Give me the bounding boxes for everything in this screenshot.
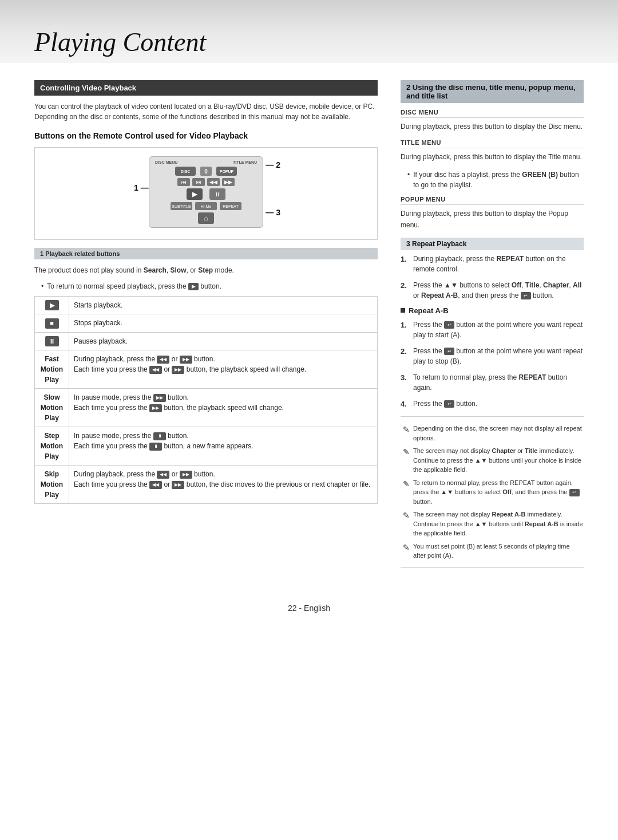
page-header: Playing Content [0, 0, 618, 63]
note-icon: ✎ [403, 542, 410, 561]
note-icon: ✎ [403, 478, 410, 507]
main-content: Controlling Video Playback You can contr… [0, 63, 618, 592]
note-3: ✎ To return to normal play, press the RE… [401, 478, 584, 507]
play-desc: Starts playback. [69, 297, 378, 314]
playback-note: The product does not play sound in Searc… [34, 265, 378, 275]
pause-icon-cell: ⏸ [35, 332, 69, 350]
skip-motion-desc: During playback, press the ◀◀ or ▶▶ butt… [69, 465, 378, 503]
table-row: SlowMotionPlay In pause mode, press the … [35, 388, 378, 427]
note-4: ✎ The screen may not display Repeat A-B … [401, 510, 584, 538]
playback-label: 1 Playback related buttons [34, 248, 378, 259]
table-row: FastMotionPlay During playback, press th… [35, 350, 378, 388]
repeat-ab-list: 1. Press the ↩ button at the point where… [401, 320, 584, 410]
table-row: ■ Stops playback. [35, 314, 378, 332]
page-number: 22 - English [0, 604, 618, 624]
section3-header: 3 Repeat Playback [401, 238, 584, 250]
list-item: 2. Press the ↩ button at the point where… [401, 346, 584, 366]
note-1: ✎ Depending on the disc, the screen may … [401, 424, 584, 443]
list-item: 4. Press the ↩ button. [401, 399, 584, 410]
list-item: 2. Press the ▲▼ buttons to select Off, T… [401, 280, 584, 301]
note-2: ✎ The screen may not display Chapter or … [401, 446, 584, 475]
subsection1-heading: Buttons on the Remote Control used for V… [34, 131, 378, 140]
table-row: StepMotionPlay In pause mode, press the … [35, 427, 378, 465]
left-column: Controlling Video Playback You can contr… [34, 80, 378, 575]
repeat-steps-list: 1. During playback, press the REPEAT but… [401, 254, 584, 301]
section1-header: Controlling Video Playback [34, 80, 378, 96]
fast-motion-label: FastMotionPlay [35, 350, 69, 388]
popup-menu-label: POPUP MENU [401, 196, 584, 205]
square-bullet-icon [401, 308, 405, 313]
table-row: ▶ Starts playback. [35, 297, 378, 314]
divider-bottom [401, 567, 584, 568]
playback-bullet: • To return to normal speed playback, pr… [41, 281, 378, 291]
section2-header: 2 Using the disc menu, title menu, popup… [401, 80, 584, 103]
note-icon: ✎ [403, 446, 410, 475]
page-title: Playing Content [34, 27, 206, 57]
table-row: SkipMotionPlay During playback, press th… [35, 465, 378, 503]
list-item: 1. During playback, press the REPEAT but… [401, 254, 584, 274]
note-icon: ✎ [403, 424, 410, 443]
slow-motion-desc: In pause mode, press the ▶▶ button. Each… [69, 388, 378, 427]
step-motion-label: StepMotionPlay [35, 427, 69, 465]
title-menu-desc: During playback, press this button to di… [401, 152, 584, 163]
table-row: ⏸ Pauses playback. [35, 332, 378, 350]
right-column: 2 Using the disc menu, title menu, popup… [401, 80, 584, 575]
intro-text: You can control the playback of video co… [34, 101, 378, 122]
list-item: 1. Press the ↩ button at the point where… [401, 320, 584, 340]
stop-icon-cell: ■ [35, 314, 69, 332]
title-menu-label: TITLE MENU [401, 139, 584, 148]
divider [401, 416, 584, 417]
disc-menu-desc: During playback, press this button to di… [401, 121, 584, 132]
stop-desc: Stops playback. [69, 314, 378, 332]
playback-table: ▶ Starts playback. ■ Stops playback. ⏸ P… [34, 296, 378, 504]
skip-motion-label: SkipMotionPlay [35, 465, 69, 503]
popup-menu-desc: During playback, press this button to di… [401, 208, 584, 230]
play-icon-cell: ▶ [35, 297, 69, 314]
step-motion-desc: In pause mode, press the ⏸ button. Each … [69, 427, 378, 465]
pause-desc: Pauses playback. [69, 332, 378, 350]
note-5: ✎ You must set point (B) at least 5 seco… [401, 542, 584, 561]
list-item: 3. To return to normal play, press the R… [401, 372, 584, 393]
slow-motion-label: SlowMotionPlay [35, 388, 69, 427]
disc-menu-label: DISC MENU [401, 109, 584, 118]
remote-diagram: DISC MENU TITLE MENU DISC 0 POPUP ⏮ ⏭ ◀◀ [34, 147, 378, 240]
remote-image: DISC MENU TITLE MENU DISC 0 POPUP ⏮ ⏭ ◀◀ [149, 156, 263, 228]
fast-motion-desc: During playback, press the ◀◀ or ▶▶ butt… [69, 350, 378, 388]
title-menu-bullet: • If your disc has a playlist, press the… [407, 169, 584, 190]
note-icon: ✎ [403, 510, 410, 538]
repeat-ab-header: Repeat A-B [401, 306, 584, 315]
